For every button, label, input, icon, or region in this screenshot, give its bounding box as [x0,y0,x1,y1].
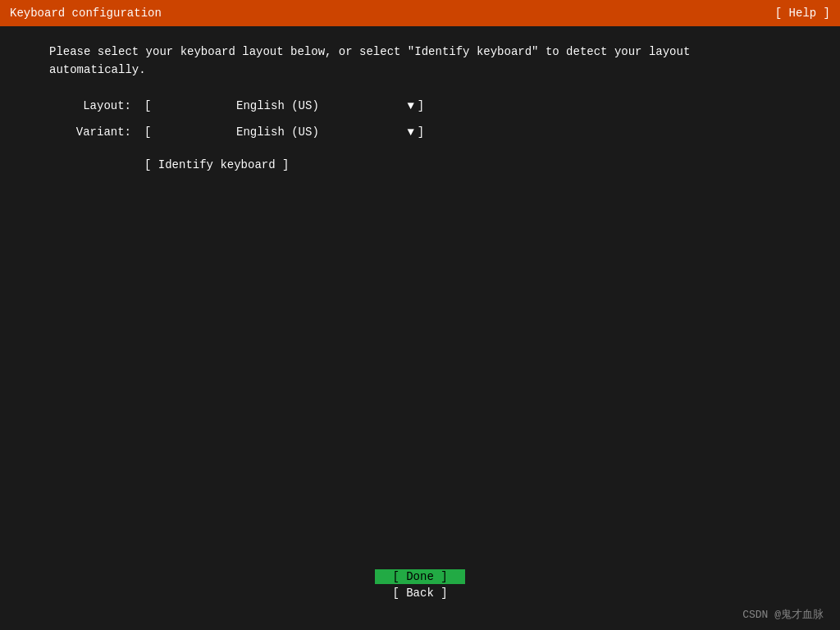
done-button[interactable]: [ Done ] [375,569,465,584]
layout-row: Layout: [ English (US) ▼ ] [49,99,791,112]
bottom-buttons: [ Done ] [ Back ] [0,569,840,600]
main-content: Please select your keyboard layout below… [0,26,840,188]
titlebar: Keyboard configuration [ Help ] [0,0,840,26]
variant-bracket-open: [ [144,126,151,139]
variant-value: English (US) [154,126,400,139]
description: Please select your keyboard layout below… [49,43,791,80]
description-line2: automatically. [49,61,791,79]
description-line1: Please select your keyboard layout below… [49,43,791,61]
watermark: CSDN @鬼才血脉 [742,607,824,622]
variant-label: Variant: [49,126,131,139]
layout-value: English (US) [154,99,400,112]
help-button[interactable]: [ Help ] [775,7,830,20]
layout-bracket-close: ] [418,99,424,112]
layout-dropdown[interactable]: English (US) ▼ [154,99,417,112]
layout-label: Layout: [49,99,131,112]
variant-dropdown-container: [ English (US) ▼ ] [144,126,424,139]
back-button[interactable]: [ Back ] [375,586,465,600]
layout-bracket-open: [ [144,99,151,112]
titlebar-title: Keyboard configuration [10,7,162,20]
layout-dropdown-container: [ English (US) ▼ ] [144,99,424,112]
identify-keyboard-button[interactable]: [ Identify keyboard ] [144,158,289,171]
variant-arrow: ▼ [407,126,413,139]
variant-dropdown[interactable]: English (US) ▼ [154,126,417,139]
variant-bracket-close: ] [418,126,424,139]
variant-row: Variant: [ English (US) ▼ ] [49,126,791,139]
layout-arrow: ▼ [407,99,413,112]
